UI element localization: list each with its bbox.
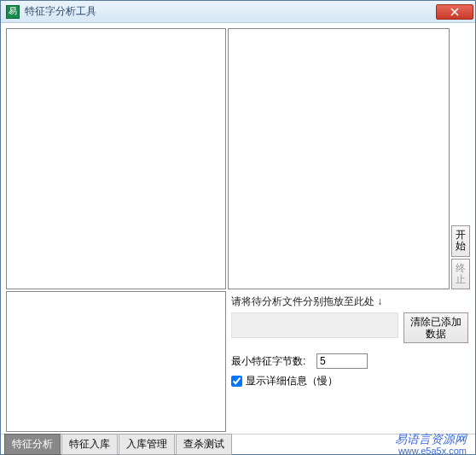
top-panes: 开 始 终 止 bbox=[6, 28, 470, 289]
clear-data-button[interactable]: 清除已添加 数据 bbox=[403, 312, 468, 343]
client-area: 开 始 终 止 请将待分析文件分别拖放至此处 ↓ 清除已添加 数据 最小特征字节… bbox=[1, 23, 475, 434]
verbose-row[interactable]: 显示详细信息（慢） bbox=[231, 374, 468, 388]
min-bytes-row: 最小特征字节数: bbox=[231, 353, 468, 369]
controls-area: 请将待分析文件分别拖放至此处 ↓ 清除已添加 数据 最小特征字节数: 显示详细信… bbox=[229, 291, 470, 432]
tab-feature-store[interactable]: 特征入库 bbox=[61, 434, 118, 455]
app-icon bbox=[6, 5, 20, 19]
stop-button[interactable]: 终 止 bbox=[451, 259, 470, 289]
tab-feature-analysis[interactable]: 特征分析 bbox=[4, 434, 61, 455]
side-buttons: 开 始 终 止 bbox=[451, 28, 470, 289]
min-bytes-label: 最小特征字节数: bbox=[231, 354, 316, 369]
drop-row: 清除已添加 数据 bbox=[231, 312, 468, 343]
start-button[interactable]: 开 始 bbox=[451, 225, 470, 256]
source-list-pane[interactable] bbox=[6, 28, 226, 289]
tab-bar: 特征分析 特征入库 入库管理 查杀测试 易语言资源网 www.e5a5x.com bbox=[1, 434, 475, 454]
verbose-checkbox[interactable] bbox=[231, 376, 242, 387]
file-drop-zone[interactable] bbox=[231, 312, 398, 338]
brand-name: 易语言资源网 bbox=[395, 433, 467, 446]
titlebar: 特征字分析工具 bbox=[1, 1, 475, 23]
tab-store-manage[interactable]: 入库管理 bbox=[119, 434, 175, 455]
tab-scan-test[interactable]: 查杀测试 bbox=[176, 434, 232, 455]
min-bytes-input[interactable] bbox=[316, 353, 368, 369]
close-icon bbox=[450, 8, 459, 16]
verbose-label: 显示详细信息（慢） bbox=[246, 374, 338, 388]
bottom-area: 请将待分析文件分别拖放至此处 ↓ 清除已添加 数据 最小特征字节数: 显示详细信… bbox=[6, 291, 470, 432]
close-button[interactable] bbox=[436, 4, 473, 20]
brand-url: www.e5a5x.com bbox=[395, 446, 467, 455]
brand-footer: 易语言资源网 www.e5a5x.com bbox=[395, 433, 472, 455]
log-pane[interactable] bbox=[6, 291, 226, 432]
result-pane[interactable] bbox=[228, 28, 450, 289]
drop-hint: 请将待分析文件分别拖放至此处 ↓ bbox=[231, 295, 468, 309]
window-title: 特征字分析工具 bbox=[25, 4, 436, 19]
app-window: 特征字分析工具 开 始 终 止 请将待分析文件分别拖放至此处 ↓ 清除已添加 数… bbox=[0, 0, 476, 455]
